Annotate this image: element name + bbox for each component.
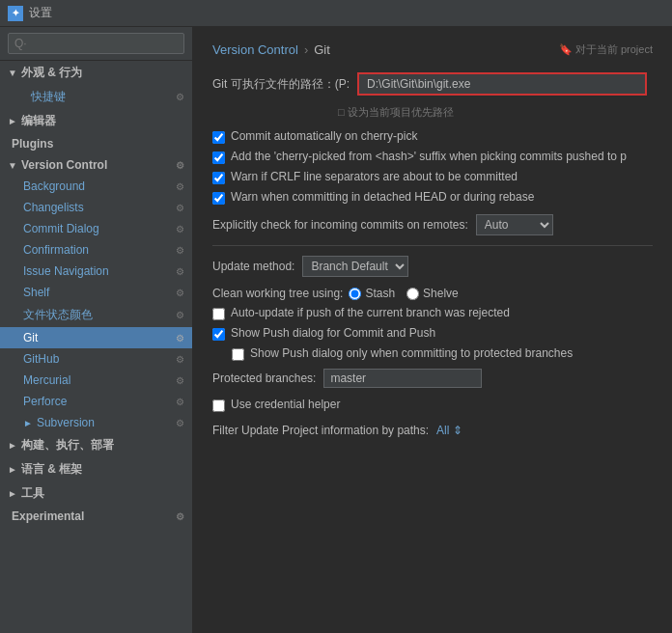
sidebar-item-tools[interactable]: ► 工具 [0,482,192,506]
checkbox-auto-cherry-pick: Commit automatically on cherry-pick [212,129,653,144]
shelve-radio[interactable] [406,288,419,300]
checkbox-show-push-input[interactable] [212,328,225,341]
sidebar: ▼ 外观 & 行为 快捷键 ⚙ ► 编辑器 Plugins ▼ Version … [0,27,193,633]
checkbox-cherry-pick-suffix: Add the 'cherry-picked from <hash>' suff… [212,150,653,164]
update-method-select[interactable]: Branch Default Merge Rebase [302,256,408,277]
sidebar-item-commit-dialog[interactable]: Commit Dialog ⚙ [0,218,192,239]
config-icon-svn: ⚙ [176,418,184,428]
sidebar-item-perforce[interactable]: Perforce ⚙ [0,391,192,412]
checkbox-credential-helper: Use credential helper [212,398,653,412]
checkbox-cherry-pick-suffix-input[interactable] [212,151,225,164]
incoming-commits-row: Explicitly check for incoming commits on… [212,214,653,235]
sidebar-item-issue-navigation[interactable]: Issue Navigation ⚙ [0,261,192,282]
checkbox-auto-update-label: Auto-update if push of the current branc… [231,306,510,319]
checkbox-auto-cherry-pick-label: Commit automatically on cherry-pick [231,129,417,143]
checkbox-warn-crlf-label: Warn if CRLF line separators are about t… [231,170,518,183]
breadcrumb-current: Git [314,42,330,57]
stash-label: Stash [365,287,395,300]
checkbox-show-push: Show Push dialog for Commit and Push [212,326,653,341]
breadcrumb-parent[interactable]: Version Control [212,42,298,57]
checkbox-cherry-pick-suffix-label: Add the 'cherry-picked from <hash>' suff… [231,150,627,163]
git-path-input[interactable] [357,72,647,96]
sidebar-item-build[interactable]: ► 构建、执行、部署 [0,433,192,457]
main-container: ▼ 外观 & 行为 快捷键 ⚙ ► 编辑器 Plugins ▼ Version … [0,27,672,633]
search-box [0,27,192,61]
config-icon-conf: ⚙ [176,245,184,256]
sidebar-item-background[interactable]: Background ⚙ [0,176,192,197]
config-icon-exp: ⚙ [176,511,184,522]
checkbox-warn-crlf-input[interactable] [212,172,225,184]
config-icon-github: ⚙ [176,354,184,365]
config-icon: ⚙ [176,92,184,102]
checkbox-credential-helper-input[interactable] [212,399,225,412]
breadcrumb: Version Control › Git 🔖 对于当前 project [212,42,653,57]
set-default-label[interactable]: □ 设为当前项目优先路径 [338,105,653,120]
config-icon-merc: ⚙ [176,375,184,386]
config-icon-cd: ⚙ [176,224,184,234]
config-icon-in: ⚙ [176,266,184,277]
checkbox-auto-update-input[interactable] [212,308,225,320]
breadcrumb-separator: › [304,42,308,57]
filter-update-link[interactable]: All ⇕ [436,424,462,437]
config-icon-vcs: ⚙ [176,160,184,171]
config-icon-git: ⚙ [176,333,184,344]
update-method-label: Update method: [212,260,294,273]
expand-arrow-editor: ► [8,116,17,126]
checkbox-credential-helper-label: Use credential helper [231,398,340,411]
incoming-commits-select[interactable]: Auto Always Never [476,214,553,235]
clean-working-tree-label: Clean working tree using: [212,287,343,300]
checkbox-show-push-protected-label: Show Push dialog only when committing to… [250,346,573,360]
breadcrumb-project-label: 🔖 对于当前 project [559,42,653,57]
checkbox-warn-crlf: Warn if CRLF line separators are about t… [212,170,653,184]
config-icon-fs: ⚙ [176,310,184,320]
sidebar-item-keymap[interactable]: 快捷键 ⚙ [0,85,192,109]
protected-branches-label: Protected branches: [212,372,316,385]
expand-arrow-vcs: ▼ [8,160,17,171]
sidebar-item-mercurial[interactable]: Mercurial ⚙ [0,370,192,391]
checkbox-warn-detached-label: Warn when committing in detached HEAD or… [231,190,534,204]
main-content: Version Control › Git 🔖 对于当前 project Git… [193,27,672,633]
checkbox-show-push-label: Show Push dialog for Commit and Push [231,326,435,340]
checkbox-show-push-protected: Show Push dialog only when committing to… [212,346,653,361]
sidebar-item-experimental[interactable]: Experimental ⚙ [0,506,192,527]
search-input[interactable] [8,33,184,54]
sidebar-item-appearance[interactable]: ▼ 外观 & 行为 [0,61,192,85]
sidebar-item-language[interactable]: ► 语言 & 框架 [0,457,192,482]
incoming-commits-label: Explicitly check for incoming commits on… [212,218,468,232]
checkbox-show-push-protected-input[interactable] [232,348,244,361]
config-icon-shelf: ⚙ [176,288,184,298]
sidebar-item-shelf[interactable]: Shelf ⚙ [0,282,192,303]
sidebar-item-git[interactable]: Git ⚙ [0,327,192,348]
checkbox-auto-cherry-pick-input[interactable] [212,131,225,144]
title-bar: ✦ 设置 [0,0,672,27]
sidebar-item-plugins[interactable]: Plugins [0,133,192,154]
checkbox-auto-update: Auto-update if push of the current branc… [212,306,653,320]
protected-branches-row: Protected branches: [212,369,653,388]
git-path-label: Git 可执行文件的路径：(P: [212,76,350,93]
expand-arrow: ▼ [8,68,17,78]
checkbox-warn-detached-input[interactable] [212,192,225,205]
git-path-row: Git 可执行文件的路径：(P: [212,72,653,96]
title-bar-text: 设置 [29,5,52,21]
config-icon-cl: ⚙ [176,203,184,213]
update-method-row: Update method: Branch Default Merge Reba… [212,256,653,277]
sidebar-item-file-status[interactable]: 文件状态颜色 ⚙ [0,303,192,327]
sidebar-item-github[interactable]: GitHub ⚙ [0,348,192,370]
divider-1 [212,245,653,246]
shelve-label: Shelve [423,287,459,300]
expand-arrow-lang: ► [8,464,17,475]
sidebar-item-subversion[interactable]: ► Subversion ⚙ [0,412,192,433]
clean-working-tree-row: Clean working tree using: Stash Shelve [212,287,653,300]
stash-radio[interactable] [349,288,361,300]
sidebar-item-confirmation[interactable]: Confirmation ⚙ [0,239,192,261]
sidebar-item-changelists[interactable]: Changelists ⚙ [0,197,192,218]
config-icon-bg: ⚙ [176,181,184,192]
filter-update-label: Filter Update Project information by pat… [212,424,429,437]
expand-arrow-build: ► [8,440,17,451]
sidebar-item-editor[interactable]: ► 编辑器 [0,109,192,133]
sidebar-item-vcs[interactable]: ▼ Version Control ⚙ [0,154,192,176]
app-icon: ✦ [8,6,23,21]
filter-update-row: Filter Update Project information by pat… [212,424,653,437]
checkbox-warn-detached: Warn when committing in detached HEAD or… [212,190,653,205]
protected-branches-input[interactable] [323,369,482,388]
